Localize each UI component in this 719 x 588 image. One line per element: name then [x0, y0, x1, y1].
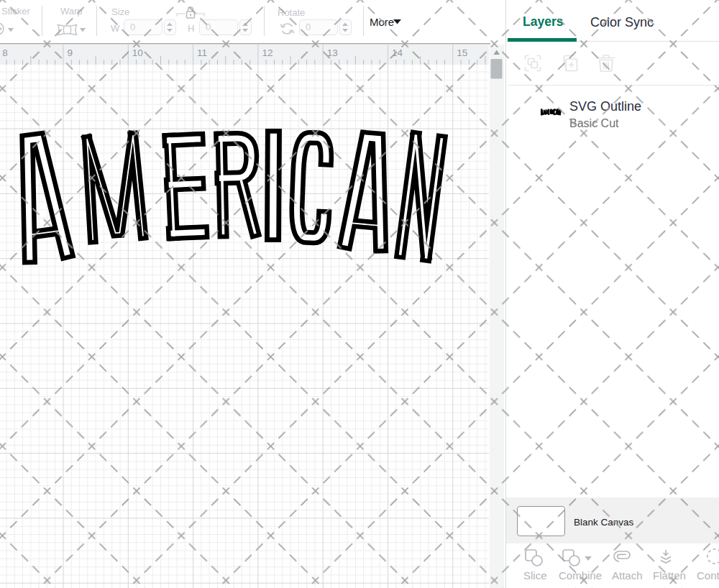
svg-text:12: 12 [262, 47, 273, 58]
svg-text:8: 8 [2, 47, 8, 58]
svg-text:13: 13 [327, 47, 338, 58]
svg-text:11: 11 [197, 47, 207, 58]
svg-text:10: 10 [132, 47, 143, 58]
svg-text:14: 14 [392, 47, 403, 58]
svg-text:9: 9 [68, 47, 73, 58]
svg-text:15: 15 [457, 47, 467, 58]
